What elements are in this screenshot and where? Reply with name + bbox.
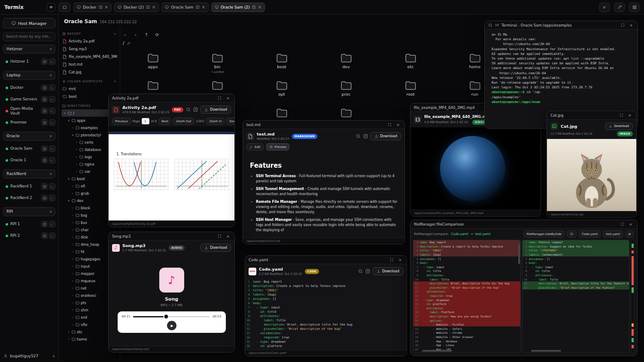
grid-folder-item[interactable]: apps [121,48,185,75]
updates-button[interactable]: ∨ [599,3,610,12]
diff-pane-right[interactable]: 1 name: Feature request 2 description: S… [522,240,630,353]
close-icon[interactable]: × [225,233,231,239]
session-tab[interactable]: Docker (2) × [114,3,159,12]
edit-button[interactable]: Edit [246,143,264,151]
window-titlebar[interactable]: Cat.jpg × [547,111,636,120]
side-by-side-toggle[interactable]: fileManager.sideBySide [524,230,565,238]
horizontal-scrollbar[interactable] [422,350,452,352]
grid-folder-item[interactable]: dev [314,48,378,75]
zoom-in-button[interactable]: Zoom In [206,118,225,125]
session-tab[interactable]: Docker × [73,3,112,12]
up-button[interactable]: ↑ [143,31,150,38]
close-icon[interactable]: × [628,221,634,227]
seek-slider[interactable] [133,316,210,317]
close-icon[interactable]: × [395,122,401,128]
close-tab-icon[interactable]: × [152,5,155,9]
host-list-row[interactable]: Laptop ∨ >_ [3,71,55,80]
host-terminal-button[interactable]: >_ [49,183,55,190]
host-connect-button[interactable] [41,145,48,152]
host-list-row[interactable]: RPI ∨ >_ [3,207,55,216]
close-icon[interactable]: × [627,112,633,118]
grid-folder-item[interactable]: bin → usr/bin [185,48,249,75]
host-list-row[interactable]: RackNerd ∨ >_ [3,169,55,178]
host-list-row[interactable]: Hetzner ∨ >_ [3,45,55,54]
window-titlebar[interactable]: fileManager:fileComparison × [410,220,637,229]
split-view-icon[interactable] [196,5,200,9]
host-list-row[interactable]: Game Servers >_ [3,94,55,105]
host-list-row[interactable]: Proxmox >_ [3,117,55,128]
shortcut-folder-item[interactable]: mnt [61,85,117,93]
host-terminal-button[interactable]: >_ [49,119,55,126]
open-in-panel-icon[interactable] [363,134,368,139]
close-tab-icon[interactable]: × [202,5,205,9]
recent-section-header[interactable]: RECENT ∨ [62,32,116,36]
close-icon[interactable]: × [397,257,403,263]
close-icon[interactable]: × [225,95,231,101]
admin-tools-button[interactable] [614,3,625,12]
recent-file-item[interactable]: Activity 2a.pdf [61,37,117,45]
preview-button[interactable]: Preview [266,143,289,151]
split-view-icon[interactable] [146,5,150,9]
grid-folder-item[interactable]: root [378,75,443,103]
search-icon[interactable] [186,107,191,112]
expand-icon[interactable] [620,22,626,28]
host-terminal-button[interactable]: >_ [49,221,55,227]
zoom-out-button[interactable]: Zoom Out [173,118,194,125]
download-button-truncated[interactable]: Dow [226,118,234,125]
host-terminal-button[interactable]: >_ [49,195,55,201]
pdf-canvas[interactable]: 1. Translations: [109,127,234,220]
host-terminal-button[interactable]: >_ [49,58,55,65]
grid-folder-item[interactable]: proc [314,75,378,103]
expand-icon[interactable] [386,122,392,128]
close-tab-icon[interactable]: × [258,5,261,9]
recent-file-item[interactable]: test.md [61,60,117,68]
expand-icon[interactable] [216,233,222,239]
file-a-button[interactable]: Code.yaml [579,230,601,238]
expand-icon[interactable] [619,221,625,227]
grid-folder-item[interactable]: opt [249,75,314,103]
close-tab-icon[interactable]: × [105,5,108,9]
host-list-row[interactable]: RPI 1 >_ [3,218,55,230]
page-number-input[interactable] [142,118,149,124]
download-button[interactable]: Download [371,132,401,140]
host-terminal-button[interactable]: >_ [49,84,55,91]
session-tab[interactable]: Oracle Sam (2) × [211,3,265,12]
host-terminal-button[interactable]: >_ [49,157,55,163]
host-connect-button[interactable] [41,58,48,65]
diff-minimap[interactable] [631,240,635,353]
host-manager-button[interactable]: Host Manager [3,18,55,28]
host-terminal-button[interactable]: >_ [49,108,55,114]
seek-thumb[interactable] [164,315,168,319]
user-menu[interactable]: bugattiguy527 ∧ [3,354,55,358]
markdown-preview[interactable]: Features SSH Terminal Access - Full-feat… [243,152,404,238]
play-button[interactable]: ▶ [167,321,176,330]
menu-icon[interactable]: ≡ [47,3,55,12]
host-search[interactable] [3,32,55,41]
video-player[interactable] [410,127,541,210]
swap-files-button[interactable]: ⇄ [625,230,634,238]
host-list-row[interactable]: RackNerd 2 >_ [3,192,55,204]
host-terminal-button[interactable]: >_ [49,96,55,103]
refresh-button[interactable]: ⟳ [154,31,161,38]
visibility-toggle[interactable] [567,230,577,238]
window-titlebar[interactable]: Activity 2a.pdf × [109,94,234,103]
apps-button[interactable] [629,3,640,12]
shortcuts-section-header[interactable]: FOLDER SHORTCUTS ∨ [62,80,116,83]
window-titlebar[interactable]: Song.mp3 × [109,232,234,241]
search-icon[interactable] [356,134,361,139]
download-button[interactable]: Download [605,123,633,130]
previous-page-button[interactable]: Previous [112,118,131,125]
window-titlebar[interactable]: test.md × [243,121,404,129]
host-list-row[interactable]: RPI 2 >_ [3,230,55,241]
search-icon[interactable] [358,269,363,274]
host-connect-button[interactable] [41,84,48,91]
expand-icon[interactable] [389,257,395,263]
image-preview[interactable] [547,139,636,211]
host-connect-button[interactable] [41,157,48,163]
host-connect-button[interactable] [41,221,48,227]
tab-home[interactable] [58,3,70,12]
host-connect-button[interactable] [41,108,48,114]
recent-file-item[interactable]: Cat.jpg [61,68,117,76]
edit-path-icon[interactable] [127,41,131,45]
host-list-row[interactable]: Hetzner 1 >_ [3,56,55,67]
